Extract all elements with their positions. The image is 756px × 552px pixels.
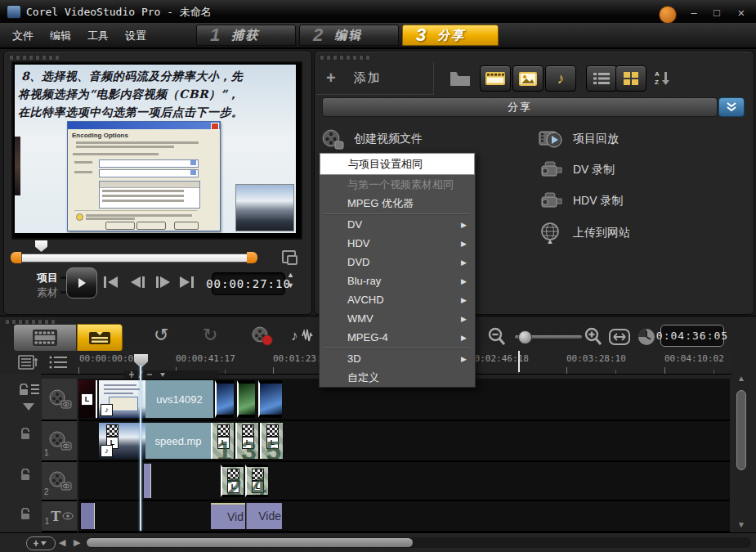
create-video-file-option[interactable]: 创建视频文件 — [321, 128, 423, 150]
next-frame-button[interactable] — [153, 274, 174, 290]
zoom-out-icon[interactable] — [485, 326, 508, 348]
project-duration-icon[interactable] — [636, 326, 657, 348]
title-clip-small[interactable] — [81, 503, 95, 529]
menu-item-3d[interactable]: 3D▶ — [320, 349, 475, 368]
minimize-button[interactable]: – — [683, 5, 705, 20]
collapse-tracks-icon[interactable] — [23, 403, 34, 411]
lock-icon[interactable] — [20, 428, 31, 440]
track-list-icon[interactable] — [30, 384, 40, 395]
timeline-zoom-slider-thumb[interactable] — [518, 330, 532, 344]
menu-item-same-as-project[interactable]: 与项目设置相同 — [320, 153, 475, 175]
project-playback-option[interactable]: 项目回放 — [539, 128, 619, 150]
corel-logo-button[interactable] — [659, 6, 677, 24]
video-clip-body[interactable]: uvs14092 — [145, 380, 213, 418]
menu-item-mpeg-optimizer[interactable]: MPEG 优化器 — [320, 194, 475, 213]
tracks-vertical-scrollbar[interactable]: ▲ ▼ — [732, 374, 750, 532]
sort-button[interactable]: AZ — [648, 65, 676, 90]
add-track-button[interactable] — [26, 536, 56, 550]
timecode-spin-down-icon[interactable]: ▼ — [287, 281, 294, 289]
menu-item-avchd[interactable]: AVCHD▶ — [320, 290, 475, 309]
countdown-clip-2[interactable]: L 3 — [235, 423, 258, 459]
title-track-header[interactable]: 1 T — [42, 501, 77, 532]
overlay2-small-clip[interactable] — [144, 464, 151, 498]
menu-item-mpeg4[interactable]: MPEG-4▶ — [320, 328, 475, 347]
video-clip-blue-1[interactable] — [215, 380, 234, 418]
prev-frame-button[interactable] — [127, 274, 148, 290]
record-capture-icon[interactable] — [247, 324, 276, 348]
scroll-up-icon[interactable]: ▲ — [737, 374, 745, 383]
menu-edit[interactable]: 编辑 — [50, 29, 71, 43]
title-clip-1[interactable]: Vid — [211, 503, 245, 529]
menu-tools[interactable]: 工具 — [87, 29, 109, 43]
timecode-spin-up-icon[interactable]: ▲ — [287, 271, 294, 279]
menu-item-dv[interactable]: DV▶ — [320, 215, 475, 234]
ripple-edit-controls[interactable] — [124, 370, 219, 379]
video-track-header[interactable] — [42, 379, 77, 421]
tab-edit[interactable]: 2 编辑 — [299, 25, 399, 46]
lock-icon[interactable] — [20, 508, 31, 520]
list-view-button[interactable] — [586, 65, 617, 92]
track-manager-icon[interactable] — [16, 354, 41, 370]
countdown-clip-1[interactable]: L 1 — [211, 423, 234, 459]
title-track[interactable] — [78, 501, 730, 532]
countdown-clip-5[interactable]: L 4 — [245, 464, 268, 497]
trim-handle-right[interactable] — [247, 252, 257, 263]
hdv-recording-option[interactable]: HDV 录制 — [539, 191, 623, 212]
vertical-scroll-thumb[interactable] — [736, 390, 746, 470]
play-button[interactable] — [66, 267, 97, 298]
preview-timecode[interactable]: 00:00:27:10 — [212, 272, 285, 295]
mode-project-label[interactable]: 项目 — [37, 271, 58, 285]
lock-icon[interactable] — [18, 384, 29, 396]
filter-video-button[interactable] — [480, 65, 511, 92]
scrubber-thumb[interactable] — [35, 240, 47, 252]
menu-settings[interactable]: 设置 — [125, 29, 146, 43]
scroll-right-icon[interactable]: ▶ — [74, 537, 80, 548]
upload-to-web-option[interactable]: 上传到网站 — [539, 222, 630, 245]
trim-handle-left[interactable] — [11, 252, 21, 263]
overlay-track-2[interactable] — [78, 462, 730, 501]
storyboard-view-button[interactable] — [13, 324, 77, 352]
playhead-line[interactable] — [140, 366, 141, 531]
filter-photo-button[interactable] — [512, 65, 544, 92]
scrubber-track[interactable] — [21, 254, 248, 263]
menu-item-dvd[interactable]: DVD▶ — [320, 253, 475, 272]
chapter-point-icon[interactable] — [46, 354, 70, 370]
fit-project-icon[interactable] — [608, 327, 631, 347]
go-start-button[interactable] — [101, 274, 122, 290]
close-button[interactable]: × — [731, 5, 752, 20]
lock-icon[interactable] — [20, 469, 31, 481]
tab-share[interactable]: 3 分享 — [402, 25, 499, 46]
scroll-left-icon[interactable]: ◀ — [59, 537, 65, 548]
thumbnail-view-button[interactable] — [615, 65, 646, 92]
open-folder-icon[interactable] — [445, 66, 475, 91]
overlay-clip-body[interactable]: speed.mp — [145, 423, 211, 459]
go-end-button[interactable] — [176, 274, 197, 290]
mode-clip-label[interactable]: 素材 — [37, 285, 58, 300]
overlay-clip-thumbnail[interactable]: L ♪ — [99, 423, 145, 459]
scroll-down-icon[interactable]: ▼ — [737, 520, 745, 529]
filter-audio-button[interactable]: ♪ — [545, 65, 576, 92]
menu-item-hdv[interactable]: HDV▶ — [320, 234, 475, 253]
video-clip-intro[interactable]: L — [78, 380, 97, 418]
countdown-clip-3[interactable]: L 5 — [260, 423, 283, 459]
undo-icon[interactable]: ↺ — [154, 325, 168, 346]
video-clip-blue-2[interactable] — [258, 380, 282, 418]
add-button[interactable]: + 添加 — [316, 62, 434, 95]
video-clip-thumbnail[interactable]: ♪ — [99, 380, 145, 418]
dv-recording-option[interactable]: DV 录制 — [539, 159, 615, 181]
cue-marker[interactable] — [518, 351, 520, 372]
collapse-panel-button[interactable] — [718, 97, 745, 117]
menu-item-bluray[interactable]: Blu-ray▶ — [320, 272, 475, 290]
overlay-track-1-header[interactable]: 1 — [42, 421, 77, 462]
horizontal-scroll-thumb[interactable] — [87, 538, 413, 547]
title-clip-2[interactable]: Vide — [246, 503, 282, 529]
zoom-in-icon[interactable] — [582, 326, 605, 348]
overlay-track-2-header[interactable]: 2 — [42, 462, 77, 501]
tab-capture[interactable]: 1 捕获 — [196, 25, 296, 46]
menu-item-wmv[interactable]: WMV▶ — [320, 309, 475, 328]
redo-icon[interactable]: ↻ — [203, 325, 217, 346]
video-clip-green[interactable] — [237, 380, 255, 418]
menu-item-custom[interactable]: 自定义 — [320, 368, 475, 387]
menu-file[interactable]: 文件 — [12, 29, 34, 43]
timeline-view-button[interactable] — [77, 324, 123, 352]
